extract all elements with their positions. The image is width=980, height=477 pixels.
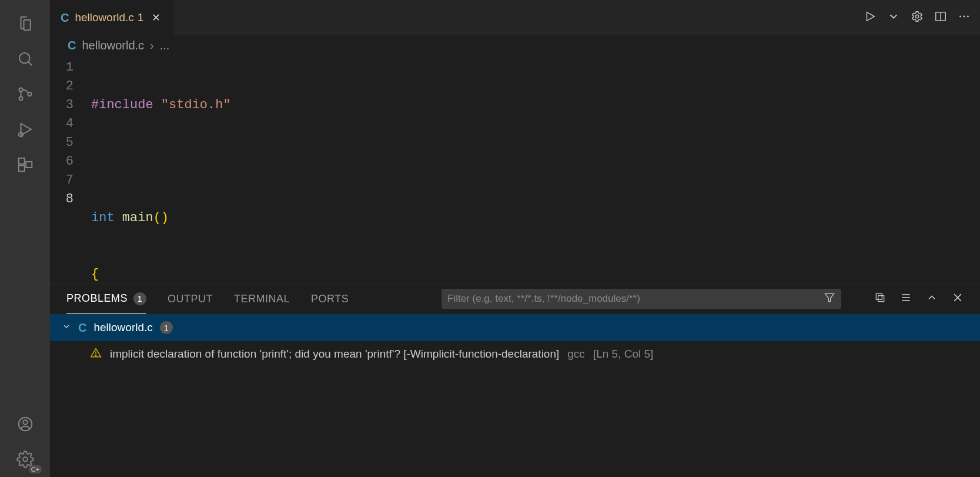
problems-list: C helloworld.c 1 implicit declaration of… [50,314,980,477]
run-icon[interactable] [864,10,877,25]
source-control-icon[interactable] [0,76,50,112]
view-as-tree-icon[interactable] [900,292,912,306]
bottom-panel: PROBLEMS 1 OUTPUT TERMINAL PORTS C [50,283,980,477]
tab-problems[interactable]: PROBLEMS 1 [66,283,146,314]
main-area: C helloworld.c 1 ✕ C helloworld.c › ... … [50,0,980,477]
svg-point-12 [23,457,28,462]
svg-rect-9 [26,162,32,168]
svg-rect-7 [18,158,24,164]
svg-rect-22 [878,295,884,301]
tab-terminal[interactable]: TERMINAL [234,283,290,314]
explorer-icon[interactable] [0,6,50,41]
editor-tab[interactable]: C helloworld.c 1 ✕ [50,0,174,35]
collapse-all-icon[interactable] [874,292,886,306]
run-debug-icon[interactable] [0,112,50,147]
split-editor-icon[interactable] [934,10,947,25]
filter-input[interactable] [447,293,824,305]
tab-output[interactable]: OUTPUT [168,283,213,314]
svg-point-3 [19,96,22,100]
c-language-icon: C [68,39,76,52]
svg-point-14 [915,15,919,18]
tab-bar: C helloworld.c 1 ✕ [50,0,980,35]
close-icon[interactable]: ✕ [149,10,163,25]
problem-location: [Ln 5, Col 5] [593,348,653,361]
svg-rect-8 [18,165,24,171]
problems-count-badge: 1 [133,292,146,305]
tab-filename: helloworld.c [75,11,133,24]
tab-dirty-indicator: 1 [138,11,144,24]
gear-icon[interactable] [911,10,924,25]
svg-point-29 [95,355,96,356]
code-content[interactable]: #include "stdio.h" int main() { │ prinft… [91,58,980,283]
c-language-icon: C [78,321,86,335]
svg-point-18 [964,16,965,18]
accounts-icon[interactable] [0,406,50,442]
filter-icon[interactable] [824,292,835,306]
breadcrumb-file: helloworld.c [82,39,144,52]
panel-tabs: PROBLEMS 1 OUTPUT TERMINAL PORTS [50,283,980,314]
chevron-right-icon: › [150,39,154,52]
svg-marker-13 [867,12,875,21]
svg-point-11 [23,420,28,425]
file-problem-count: 1 [160,321,173,334]
breadcrumb-rest: ... [160,39,170,52]
problem-file-row[interactable]: C helloworld.c 1 [50,314,980,341]
chevron-down-icon[interactable] [887,10,900,25]
svg-point-0 [19,53,30,64]
warning-icon [90,347,102,362]
svg-point-19 [967,16,969,18]
maximize-panel-icon[interactable] [926,292,938,306]
svg-point-2 [19,88,22,91]
more-icon[interactable] [958,10,971,25]
problem-message: implicit declaration of function 'prinft… [110,348,559,361]
activity-bar [0,0,50,477]
problem-file-name: helloworld.c [93,321,152,334]
problem-source: gcc [567,348,585,361]
extensions-icon[interactable] [0,147,50,182]
settings-gear-icon[interactable] [0,442,50,477]
svg-point-17 [959,16,961,18]
svg-rect-21 [876,293,882,299]
code-editor[interactable]: 1 2 3 4 5 6 7 8 #include "stdio.h" int m… [50,56,980,283]
editor-actions [864,0,980,35]
filter-input-container[interactable] [441,289,841,309]
chevron-down-icon[interactable] [62,321,71,334]
c-language-icon: C [61,11,69,25]
tab-ports[interactable]: PORTS [311,283,349,314]
close-panel-icon[interactable] [952,292,964,306]
search-icon[interactable] [0,41,50,76]
svg-point-4 [28,92,31,96]
problem-item[interactable]: implicit declaration of function 'prinft… [50,341,980,367]
svg-marker-20 [825,293,834,301]
svg-line-1 [28,62,32,65]
breadcrumb[interactable]: C helloworld.c › ... [50,35,980,56]
line-gutter: 1 2 3 4 5 6 7 8 [50,58,91,283]
